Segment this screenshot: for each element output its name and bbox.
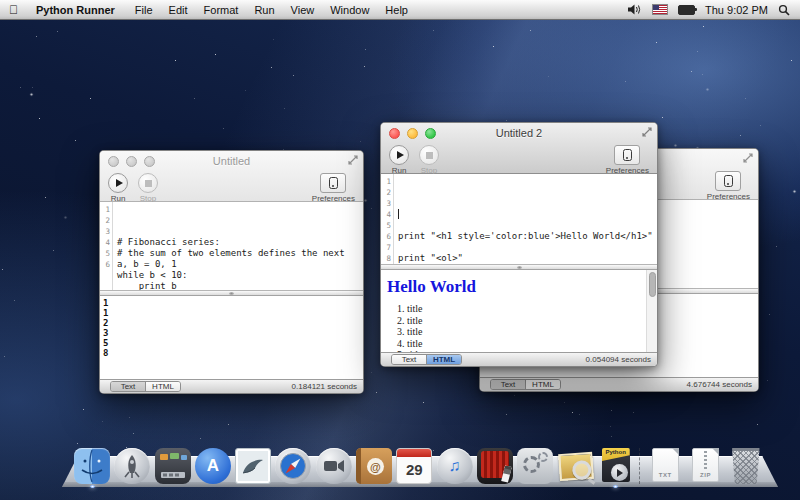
preferences-button[interactable] (320, 173, 346, 193)
text-mode-button[interactable]: Text (392, 355, 426, 364)
spotlight-icon[interactable] (778, 4, 790, 16)
stop-icon (426, 152, 433, 159)
resize-icon[interactable] (348, 155, 358, 165)
code-text[interactable]: # Fibonacci series:# the sum of two elem… (113, 202, 363, 290)
menu-file[interactable]: File (127, 4, 161, 16)
code-line: # Fibonacci series: (117, 237, 363, 248)
battery-icon[interactable] (678, 5, 695, 15)
menu-help[interactable]: Help (377, 4, 416, 16)
screen:  Python Runner File Edit Format Run Vie… (0, 0, 800, 500)
close-button[interactable] (108, 156, 119, 167)
book-spine (356, 448, 361, 484)
view-mode-segmented-control: Text HTML (391, 354, 462, 365)
zip-document-icon[interactable]: ZIP (688, 448, 724, 484)
code-line: # the sum of two elements defines the ne… (117, 248, 363, 259)
menu-view[interactable]: View (283, 4, 323, 16)
output-pane[interactable]: Hello World titletitletitletitletitletit… (381, 270, 657, 352)
scrollbar-thumb[interactable] (649, 272, 656, 297)
bottom-bar: Text HTML 0.184121 seconds (100, 379, 363, 393)
elapsed-time: 0.054094 seconds (586, 355, 651, 364)
close-button[interactable] (389, 128, 400, 139)
facetime-icon[interactable] (316, 448, 352, 484)
dock: A @ 29 ♫ (74, 444, 764, 484)
line-number-gutter: 12345678 (381, 174, 394, 264)
output-heading: Hello World (387, 277, 657, 297)
stop-button[interactable] (138, 173, 158, 193)
calendar-icon[interactable]: 29 (396, 448, 432, 484)
preview-icon[interactable] (556, 447, 594, 485)
titlebar[interactable]: Untitled 2 (381, 123, 657, 143)
system-preferences-icon[interactable] (517, 448, 553, 484)
preferences-icon (724, 175, 733, 187)
volume-icon[interactable] (628, 4, 642, 15)
zoom-button[interactable] (144, 156, 155, 167)
menu-format[interactable]: Format (196, 4, 247, 16)
text-mode-button[interactable]: Text (491, 380, 525, 389)
view-mode-segmented-control: Text HTML (110, 381, 181, 392)
zipper (704, 451, 707, 471)
run-button[interactable] (389, 145, 409, 165)
finder-icon[interactable] (74, 448, 110, 484)
apple-menu-icon[interactable]:  (9, 4, 18, 16)
txt-document-icon[interactable]: TXT (647, 448, 683, 484)
output-line: 2 (103, 318, 363, 328)
minimize-button[interactable] (126, 156, 137, 167)
code-editor[interactable]: 123456 # Fibonacci series:# the sum of t… (100, 202, 363, 290)
safari-icon[interactable] (275, 448, 311, 484)
elapsed-time: 0.184121 seconds (292, 382, 357, 391)
stop-button[interactable] (419, 145, 439, 165)
app-store-icon[interactable]: A (195, 448, 231, 484)
run-button[interactable] (108, 173, 128, 193)
html-mode-button[interactable]: HTML (426, 355, 461, 364)
preferences-icon (623, 149, 632, 161)
output-scrollbar[interactable] (646, 270, 657, 352)
mail-icon[interactable] (235, 448, 271, 484)
play-icon (397, 151, 404, 159)
output-line: 1 (103, 298, 363, 308)
txt-label: TXT (653, 472, 678, 478)
menu-window[interactable]: Window (322, 4, 377, 16)
titlebar[interactable]: Untitled (100, 151, 363, 171)
menu-edit[interactable]: Edit (161, 4, 196, 16)
trash-icon[interactable] (728, 448, 764, 484)
html-mode-button[interactable]: HTML (145, 382, 180, 391)
app-menu[interactable]: Python Runner (28, 4, 123, 16)
output-list-item: title (407, 315, 657, 327)
preferences-button[interactable] (614, 145, 640, 165)
python-label: Python (605, 448, 625, 456)
app-store-letter: A (207, 456, 219, 476)
code-line: print "<h1 style='color:blue'>Hello Worl… (398, 231, 657, 242)
html-mode-button[interactable]: HTML (525, 380, 560, 389)
stop-icon (145, 180, 152, 187)
minimize-button[interactable] (407, 128, 418, 139)
contacts-icon[interactable]: @ (356, 448, 392, 484)
bottom-bar: Text HTML 0.054094 seconds (381, 352, 657, 366)
input-language-flag-icon[interactable] (652, 4, 668, 15)
code-line: print "<ol>" (398, 253, 657, 264)
output-line: 8 (103, 348, 363, 358)
code-line: while b < 10: (117, 270, 363, 281)
zoom-button[interactable] (425, 128, 436, 139)
menu-clock[interactable]: Thu 9:02 PM (705, 4, 768, 16)
preferences-button[interactable] (715, 171, 741, 191)
view-mode-segmented-control: Text HTML (490, 379, 561, 390)
play-badge (611, 464, 628, 481)
output-pane[interactable]: 112358 (100, 296, 363, 379)
output-ordered-list: titletitletitletitletitletitle (381, 303, 657, 352)
output-list-item: title (407, 303, 657, 315)
text-mode-button[interactable]: Text (111, 382, 145, 391)
window-title: Untitled 2 (496, 127, 542, 139)
output-list-item: title (407, 326, 657, 338)
resize-icon[interactable] (743, 153, 753, 163)
photo-booth-icon[interactable] (477, 448, 513, 484)
code-text[interactable]: print "<h1 style='color:blue'>Hello Worl… (394, 174, 657, 264)
code-editor[interactable]: 12345678 print "<h1 style='color:blue'>H… (381, 174, 657, 264)
dock-separator[interactable] (639, 448, 642, 484)
resize-icon[interactable] (642, 127, 652, 137)
menu-run[interactable]: Run (246, 4, 282, 16)
python-runner-icon[interactable]: Python (598, 448, 634, 484)
elapsed-time: 4.676744 seconds (687, 380, 752, 389)
launchpad-icon[interactable] (114, 448, 150, 484)
itunes-icon[interactable]: ♫ (437, 448, 473, 484)
mission-control-icon[interactable] (155, 448, 191, 484)
